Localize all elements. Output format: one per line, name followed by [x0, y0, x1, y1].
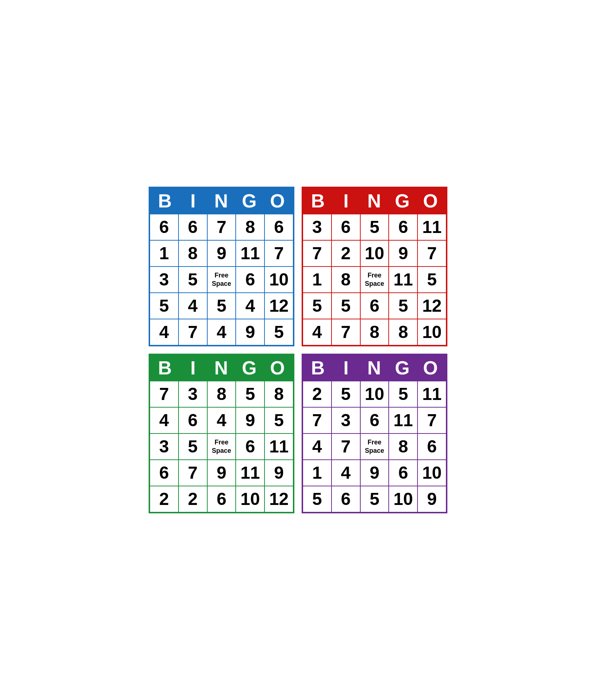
cell-r2-c4-purple: 6 [417, 433, 446, 460]
cell-r3-c4-red: 12 [417, 293, 446, 319]
cell-number: 9 [217, 245, 227, 262]
cell-number: 5 [370, 218, 380, 236]
cell-number: 7 [341, 323, 351, 341]
cell-r4-c3-green: 10 [236, 486, 264, 512]
cell-r2-c1-red: 8 [332, 267, 360, 293]
cell-r1-c3-blue: 11 [236, 240, 264, 267]
cell-number: 10 [365, 385, 384, 403]
cell-r2-c0-blue: 3 [150, 267, 179, 293]
header-letter-G-green: G [236, 357, 264, 379]
cell-r1-c2-blue: 9 [207, 240, 236, 267]
header-letter-N-green: N [207, 357, 235, 379]
cell-r3-c3-green: 11 [236, 460, 264, 486]
header-letter-O-purple: O [417, 357, 445, 379]
cell-number: 5 [341, 297, 351, 315]
cell-number: 9 [370, 464, 380, 482]
cell-number: 12 [269, 490, 289, 508]
cell-r3-c0-red: 5 [303, 293, 332, 319]
cell-r3-c3-red: 5 [389, 293, 417, 319]
card-grid-purple: 251051173611747Free Space86149610565109 [303, 381, 446, 512]
cell-number: 2 [312, 385, 322, 403]
cell-r2-c1-blue: 5 [179, 267, 207, 293]
cell-r2-c4-blue: 10 [264, 267, 293, 293]
cell-number: 7 [188, 464, 198, 482]
cell-number: 12 [269, 297, 289, 315]
cell-r0-c2-purple: 10 [360, 381, 389, 407]
cell-number: 2 [341, 245, 351, 262]
cell-number: 5 [274, 412, 284, 429]
cell-r4-c3-blue: 9 [236, 319, 264, 345]
cell-number: 5 [217, 297, 227, 315]
cell-number: 10 [422, 464, 442, 482]
cell-number: 7 [274, 245, 284, 262]
cell-r2-c2-purple: Free Space [360, 433, 389, 460]
cell-r0-c0-purple: 2 [303, 381, 332, 407]
bingo-card-blue: BINGO6678618911735Free Space610545412474… [149, 187, 294, 346]
cell-r0-c3-blue: 8 [236, 214, 264, 240]
cell-number: 5 [312, 297, 322, 315]
cell-number: 11 [240, 464, 260, 482]
cell-number: 2 [188, 490, 198, 508]
cell-number: 10 [393, 490, 413, 508]
cell-number: 8 [245, 218, 255, 236]
cell-number: 8 [398, 438, 408, 455]
cell-number: 2 [159, 490, 169, 508]
cell-number: 5 [188, 271, 198, 288]
cell-r1-c3-red: 9 [389, 240, 417, 267]
cell-r1-c2-red: 10 [360, 240, 389, 267]
cell-r1-c1-red: 2 [332, 240, 360, 267]
cell-number: 10 [240, 490, 260, 508]
cell-number: 7 [217, 218, 227, 236]
cell-r1-c0-purple: 7 [303, 407, 332, 433]
cell-r0-c3-red: 6 [389, 214, 417, 240]
cell-r1-c2-purple: 6 [360, 407, 389, 433]
cell-number: 6 [341, 218, 351, 236]
cell-r0-c4-green: 8 [264, 381, 293, 407]
cell-number: 8 [370, 323, 380, 341]
cell-r0-c2-green: 8 [207, 381, 236, 407]
cell-number: 6 [188, 412, 198, 429]
cell-r2-c4-green: 11 [264, 433, 293, 460]
cell-number: 9 [398, 245, 408, 262]
cell-r0-c4-purple: 11 [417, 381, 446, 407]
cell-r4-c2-purple: 5 [360, 486, 389, 512]
cell-number: 11 [269, 438, 289, 455]
cell-r2-c2-red: Free Space [360, 267, 389, 293]
header-letter-N-purple: N [360, 357, 388, 379]
cell-number: 10 [422, 323, 442, 341]
cell-r3-c1-purple: 4 [332, 460, 360, 486]
header-letter-I-green: I [179, 357, 207, 379]
cell-r3-c2-green: 9 [207, 460, 236, 486]
cell-number: 11 [422, 385, 442, 403]
cell-r0-c0-blue: 6 [150, 214, 179, 240]
cell-r4-c0-blue: 4 [150, 319, 179, 345]
cell-number: 5 [398, 385, 408, 403]
cell-r3-c3-purple: 6 [389, 460, 417, 486]
cell-number: 9 [427, 490, 437, 508]
cell-r0-c4-red: 11 [417, 214, 446, 240]
cell-r4-c2-blue: 4 [207, 319, 236, 345]
cell-r4-c2-red: 8 [360, 319, 389, 345]
cell-number: 6 [159, 464, 169, 482]
bingo-page: BINGO6678618911735Free Space610545412474… [149, 187, 447, 513]
cell-r4-c0-purple: 5 [303, 486, 332, 512]
cell-number: 10 [365, 245, 384, 262]
cell-r4-c4-blue: 5 [264, 319, 293, 345]
cell-r0-c2-red: 5 [360, 214, 389, 240]
header-letter-O-red: O [417, 190, 445, 212]
cell-r2-c1-green: 5 [179, 433, 207, 460]
cell-number: 11 [393, 271, 413, 288]
cell-r3-c4-blue: 12 [264, 293, 293, 319]
header-letter-B-blue: B [151, 190, 179, 212]
bingo-card-red: BINGO36561172109718Free Space11555651247… [302, 187, 447, 346]
cell-number: 8 [341, 271, 351, 288]
cell-r2-c3-purple: 8 [389, 433, 417, 460]
header-letter-B-red: B [304, 190, 332, 212]
cell-r4-c4-red: 10 [417, 319, 446, 345]
cell-number: 5 [398, 297, 408, 315]
cell-r0-c1-blue: 6 [179, 214, 207, 240]
cell-number: 9 [217, 464, 227, 482]
cell-number: 8 [398, 323, 408, 341]
header-letter-N-red: N [360, 190, 388, 212]
cell-number: 4 [188, 297, 198, 315]
